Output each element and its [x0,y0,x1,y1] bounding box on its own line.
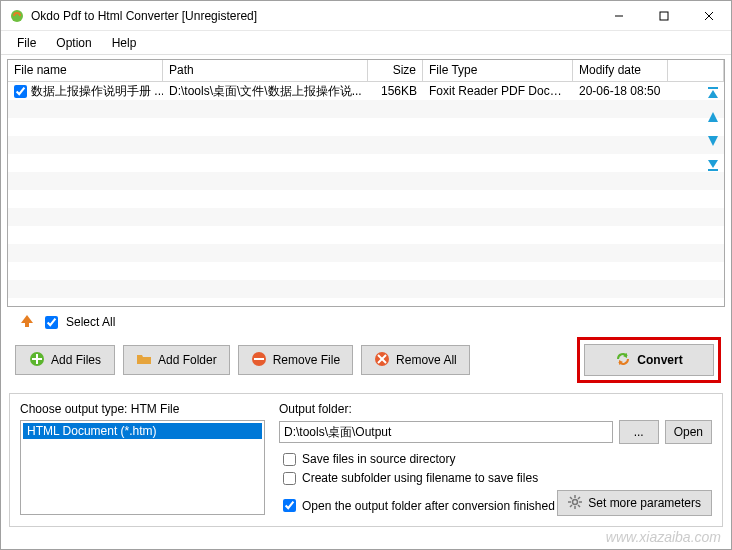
col-end [668,60,724,82]
remove-file-button[interactable]: Remove File [238,345,353,375]
window-buttons [596,1,731,30]
menu-file[interactable]: File [7,34,46,52]
svg-point-0 [11,10,23,22]
open-after-label: Open the output folder after conversion … [302,499,555,513]
close-button[interactable] [686,1,731,30]
convert-highlight: Convert [577,337,721,383]
folder-icon [136,351,152,370]
open-button[interactable]: Open [665,420,712,444]
output-folder-label: Output folder: [279,402,712,416]
col-path[interactable]: Path [163,60,368,82]
add-files-label: Add Files [51,353,101,367]
svg-point-22 [573,499,578,504]
select-all-checkbox[interactable] [45,316,58,329]
select-all-label: Select All [66,315,115,329]
convert-icon [615,351,631,370]
move-down-icon[interactable] [705,133,721,149]
open-after-checkbox[interactable] [283,499,296,512]
watermark: www.xiazaiba.com [606,529,721,545]
window-title: Okdo Pdf to Html Converter [Unregistered… [31,9,596,23]
up-arrow-icon[interactable] [19,313,37,331]
output-folder-input[interactable] [279,421,613,443]
list-body: 数据上报操作说明手册 ... D:\tools\桌面\文件\数据上报操作说...… [8,82,724,306]
remove-file-label: Remove File [273,353,340,367]
browse-button[interactable]: ... [619,420,659,444]
add-files-button[interactable]: Add Files [15,345,115,375]
svg-marker-6 [708,90,718,98]
reorder-arrows [705,85,721,173]
row-type: Foxit Reader PDF Docum... [423,83,573,99]
create-subfolder-checkbox[interactable] [283,472,296,485]
add-folder-button[interactable]: Add Folder [123,345,230,375]
set-more-parameters-button[interactable]: Set more parameters [557,490,712,516]
convert-label: Convert [637,353,682,367]
svg-rect-16 [254,358,264,360]
row-size: 156KB [368,83,423,99]
svg-rect-14 [32,358,42,360]
svg-marker-8 [708,136,718,146]
col-size[interactable]: Size [368,60,423,82]
row-filename: 数据上报操作说明手册 ... [31,83,163,100]
col-filename[interactable]: File name [8,60,163,82]
svg-marker-9 [708,160,718,168]
move-bottom-icon[interactable] [705,157,721,173]
app-icon [9,8,25,24]
svg-rect-10 [708,169,718,171]
output-panel: Choose output type: HTM File HTML Docume… [9,393,723,527]
svg-line-27 [570,497,572,499]
convert-button[interactable]: Convert [584,344,714,376]
list-header: File name Path Size File Type Modify dat… [8,60,724,82]
gear-icon [568,495,582,512]
svg-line-29 [578,497,580,499]
minus-icon [251,351,267,370]
svg-rect-5 [708,87,718,89]
row-date: 20-06-18 08:50 [573,83,668,99]
col-modifydate[interactable]: Modify date [573,60,668,82]
svg-marker-7 [708,112,718,122]
minimize-button[interactable] [596,1,641,30]
menu-option[interactable]: Option [46,34,101,52]
svg-marker-11 [21,315,33,327]
maximize-button[interactable] [641,1,686,30]
move-up-icon[interactable] [705,109,721,125]
toolbar: Add Files Add Folder Remove File Remove … [1,337,731,389]
plus-icon [29,351,45,370]
select-all-row: Select All [19,313,719,331]
save-source-checkbox[interactable] [283,453,296,466]
x-icon [374,351,390,370]
save-source-label: Save files in source directory [302,452,455,466]
svg-rect-2 [660,12,668,20]
menubar: File Option Help [1,31,731,55]
create-subfolder-label: Create subfolder using filename to save … [302,471,538,485]
output-type-option[interactable]: HTML Document (*.htm) [23,423,262,439]
move-top-icon[interactable] [705,85,721,101]
row-path: D:\tools\桌面\文件\数据上报操作说... [163,82,368,101]
table-row[interactable]: 数据上报操作说明手册 ... D:\tools\桌面\文件\数据上报操作说...… [8,82,724,100]
choose-output-type-label: Choose output type: HTM File [20,402,265,416]
row-checkbox[interactable] [14,85,27,98]
menu-help[interactable]: Help [102,34,147,52]
titlebar: Okdo Pdf to Html Converter [Unregistered… [1,1,731,31]
file-list: File name Path Size File Type Modify dat… [7,59,725,307]
remove-all-label: Remove All [396,353,457,367]
add-folder-label: Add Folder [158,353,217,367]
remove-all-button[interactable]: Remove All [361,345,470,375]
svg-line-28 [578,505,580,507]
col-filetype[interactable]: File Type [423,60,573,82]
output-type-list[interactable]: HTML Document (*.htm) [20,420,265,515]
more-params-label: Set more parameters [588,496,701,510]
svg-line-30 [570,505,572,507]
